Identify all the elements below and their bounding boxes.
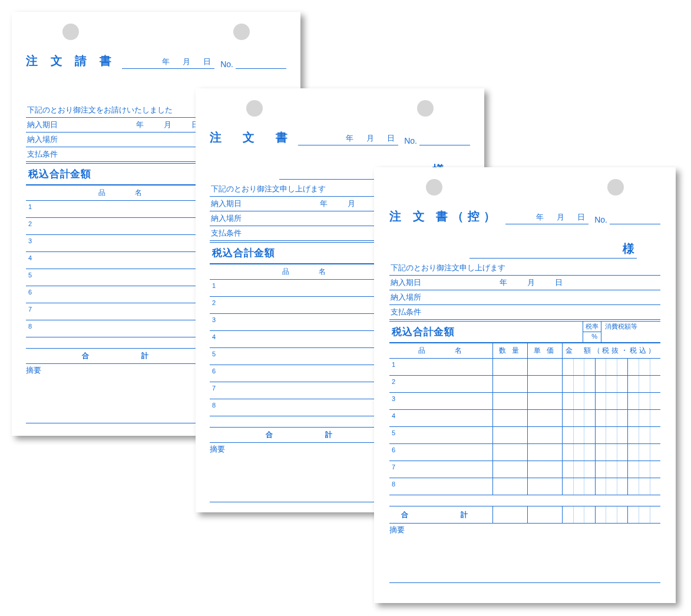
delivery-place-row[interactable]: 納入場所 bbox=[389, 290, 660, 305]
hole-icon bbox=[417, 100, 434, 117]
header-row: 注 文 請 書 年 月 日 No. bbox=[26, 53, 286, 69]
tax-amount-box: 消費税額等 bbox=[601, 322, 660, 342]
hole-icon bbox=[233, 24, 250, 40]
punch-holes bbox=[26, 24, 286, 40]
header-row: 注 文 書 年 月 日 No. bbox=[210, 130, 470, 145]
memo-line: 下記のとおり御注文申し上げます bbox=[389, 261, 660, 276]
no-label: No. bbox=[220, 59, 233, 69]
subtotal-row: 合 計 bbox=[389, 506, 660, 524]
year-label: 年 bbox=[162, 57, 170, 67]
number-field[interactable]: No. bbox=[404, 136, 470, 145]
table-row[interactable]: 8 bbox=[389, 478, 660, 495]
date-field[interactable]: 年 月 日 bbox=[122, 57, 215, 69]
table-row[interactable]: 4 bbox=[389, 410, 660, 427]
table-row[interactable]: 7 bbox=[389, 461, 660, 478]
number-field[interactable]: No. bbox=[220, 59, 286, 69]
header-row: 注 文 書（控） 年 月 日 No. bbox=[389, 208, 660, 224]
col-qty: 数 量 bbox=[493, 343, 528, 359]
day-label: 日 bbox=[203, 57, 211, 67]
recipient-field[interactable]: 様 bbox=[470, 241, 637, 259]
col-amount: 金 額（税抜・税込） bbox=[563, 343, 661, 359]
date-field[interactable]: 年 月 日 bbox=[505, 212, 588, 224]
notes-area[interactable] bbox=[389, 535, 660, 583]
hole-icon bbox=[426, 179, 442, 196]
table-row[interactable]: 2 bbox=[389, 376, 660, 393]
punch-holes bbox=[210, 100, 470, 117]
order-form-copy: 注 文 書（控） 年 月 日 No. 様 下記のとおり御注文申し上げます 納入期… bbox=[374, 167, 676, 603]
number-field[interactable]: No. bbox=[594, 215, 660, 224]
table-row[interactable]: 6 bbox=[389, 444, 660, 461]
notes-label: 摘要 bbox=[389, 525, 660, 535]
month-label: 月 bbox=[183, 57, 190, 67]
punch-holes bbox=[389, 179, 660, 196]
form-title: 注 文 書 bbox=[210, 130, 292, 145]
date-field[interactable]: 年 月 日 bbox=[298, 133, 398, 145]
tax-rate-box: 税率 % bbox=[583, 322, 601, 342]
table-row[interactable]: 1 bbox=[389, 359, 660, 376]
col-price: 単 価 bbox=[528, 343, 563, 359]
col-name: 品 名 bbox=[389, 343, 493, 359]
hole-icon bbox=[246, 100, 263, 117]
form-title: 注 文 書（控） bbox=[389, 208, 500, 224]
items-table: 品 名 数 量 単 価 金 額（税抜・税込） 1 2 3 4 5 6 7 8 合… bbox=[389, 343, 660, 524]
hole-icon bbox=[607, 179, 624, 196]
form-title: 注 文 請 書 bbox=[26, 53, 116, 69]
grand-total-row: 税込合計金額 税率 % 消費税額等 bbox=[389, 321, 660, 343]
table-row[interactable]: 3 bbox=[389, 393, 660, 410]
hole-icon bbox=[62, 24, 79, 40]
delivery-date-row[interactable]: 納入期日 年 月 日 bbox=[389, 276, 660, 290]
table-row[interactable]: 5 bbox=[389, 427, 660, 444]
payment-terms-row[interactable]: 支払条件 bbox=[389, 305, 660, 320]
col-name: 品 名 bbox=[26, 186, 217, 201]
